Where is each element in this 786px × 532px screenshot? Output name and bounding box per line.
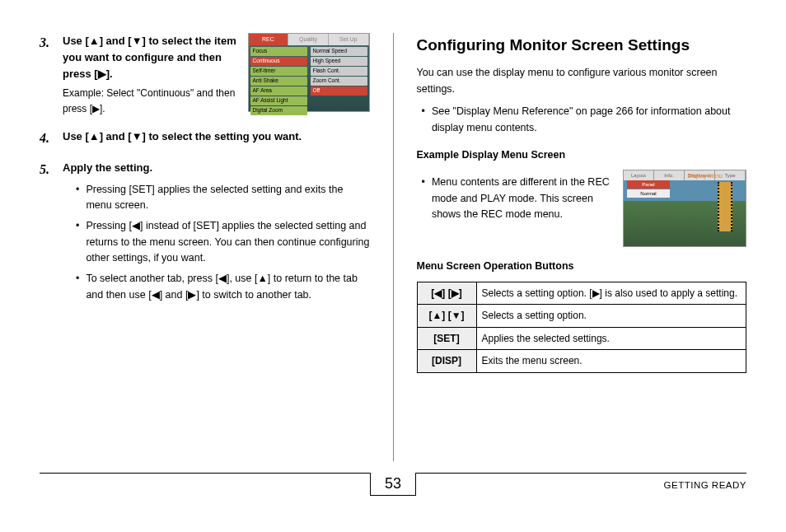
column-divider bbox=[393, 33, 394, 461]
desc-set: Applies the selected settings. bbox=[476, 327, 746, 350]
step-number: 4. bbox=[40, 128, 54, 149]
down-triangle-icon: ▼ bbox=[132, 130, 143, 142]
step-number: 3. bbox=[40, 33, 54, 117]
key-set: [SET] bbox=[417, 327, 476, 350]
right-triangle-icon: ▶ bbox=[92, 103, 100, 114]
operation-buttons-table: [◀] [▶] Selects a setting option. [▶] is… bbox=[417, 282, 747, 373]
display-menu-screenshot: Layout Info. Brightness Type Display Men… bbox=[623, 170, 746, 247]
right-column: Configuring Monitor Screen Settings You … bbox=[417, 33, 747, 461]
down-triangle-icon: ▼ bbox=[132, 35, 143, 47]
left-column: 3. Use [▲] and [▼] to select the item yo… bbox=[40, 33, 370, 461]
display-menu-title: Display Menu bbox=[688, 172, 723, 181]
bullet-icon: • bbox=[422, 175, 425, 222]
step-5: 5. Apply the setting. • Pressing [SET] a… bbox=[40, 160, 370, 308]
page-footer: 53 GETTING READY bbox=[40, 473, 746, 509]
thumb1-tab-setup: Set Up bbox=[329, 34, 369, 45]
right-triangle-icon: ▶ bbox=[188, 289, 196, 301]
thumb1-tab-quality: Quality bbox=[288, 34, 329, 45]
desc-left-right: Selects a setting option. [▶] is also us… bbox=[476, 282, 746, 305]
up-triangle-icon: ▲ bbox=[89, 130, 100, 142]
bullet-icon: • bbox=[76, 271, 79, 303]
right-triangle-icon: ▶ bbox=[98, 68, 106, 80]
example-heading: Example Display Menu Screen bbox=[417, 147, 747, 163]
step-3: 3. Use [▲] and [▼] to select the item yo… bbox=[40, 33, 370, 117]
right-triangle-icon: ▶ bbox=[592, 287, 600, 299]
bullet-item: • See "Display Menu Reference" on page 2… bbox=[422, 104, 747, 136]
left-triangle-icon: ◀ bbox=[152, 289, 160, 301]
key-disp: [DISP] bbox=[417, 350, 476, 373]
table-row: [SET] Applies the selected settings. bbox=[417, 327, 746, 350]
bullet-item: • Pressing [◀] instead of [SET] applies … bbox=[76, 218, 370, 266]
bullet-icon: • bbox=[76, 218, 79, 266]
bullet-icon: • bbox=[422, 104, 425, 136]
bullet-icon: • bbox=[76, 182, 79, 214]
thumb1-tab-rec: REC bbox=[249, 34, 289, 45]
step-3-title: Use [▲] and [▼] to select the item you w… bbox=[63, 33, 238, 82]
operation-buttons-heading: Menu Screen Operation Buttons bbox=[417, 259, 747, 274]
left-triangle-icon: ◀ bbox=[132, 220, 140, 231]
desc-up-down: Selects a setting option. bbox=[476, 305, 746, 328]
footer-section-label: GETTING READY bbox=[664, 480, 746, 490]
up-triangle-icon: ▲ bbox=[89, 35, 100, 47]
key-up-down: [▲] [▼] bbox=[417, 305, 476, 328]
step-3-example: Example: Select "Continuous" and then pr… bbox=[63, 86, 238, 116]
desc-disp: Exits the menu screen. bbox=[476, 350, 746, 373]
left-triangle-icon: ◀ bbox=[218, 273, 227, 284]
step-number: 5. bbox=[40, 160, 54, 308]
section-title: Configuring Monitor Screen Settings bbox=[417, 33, 747, 57]
table-row: [▲] [▼] Selects a setting option. bbox=[417, 305, 746, 328]
rec-menu-screenshot: REC Quality Set Up Focus Continuous Self… bbox=[248, 33, 370, 112]
step-4-title: Use [▲] and [▼] to select the setting yo… bbox=[63, 128, 370, 145]
up-triangle-icon: ▲ bbox=[257, 273, 267, 284]
table-row: [DISP] Exits the menu screen. bbox=[417, 350, 746, 373]
step-4: 4. Use [▲] and [▼] to select the setting… bbox=[40, 128, 370, 149]
film-strip-icon bbox=[718, 182, 732, 231]
table-row: [◀] [▶] Selects a setting option. [▶] is… bbox=[417, 282, 746, 305]
step-5-title: Apply the setting. bbox=[63, 160, 370, 176]
page-content: 3. Use [▲] and [▼] to select the item yo… bbox=[0, 0, 786, 461]
key-left-right: [◀] [▶] bbox=[417, 282, 476, 305]
bullet-item: • Pressing [SET] applies the selected se… bbox=[76, 182, 370, 214]
bullet-item: • To select another tab, press [◀], use … bbox=[76, 271, 370, 303]
page-number: 53 bbox=[370, 473, 416, 496]
bullet-item: • Menu contents are different in the REC… bbox=[422, 175, 612, 222]
intro-paragraph: You can use the display menu to configur… bbox=[417, 65, 747, 97]
